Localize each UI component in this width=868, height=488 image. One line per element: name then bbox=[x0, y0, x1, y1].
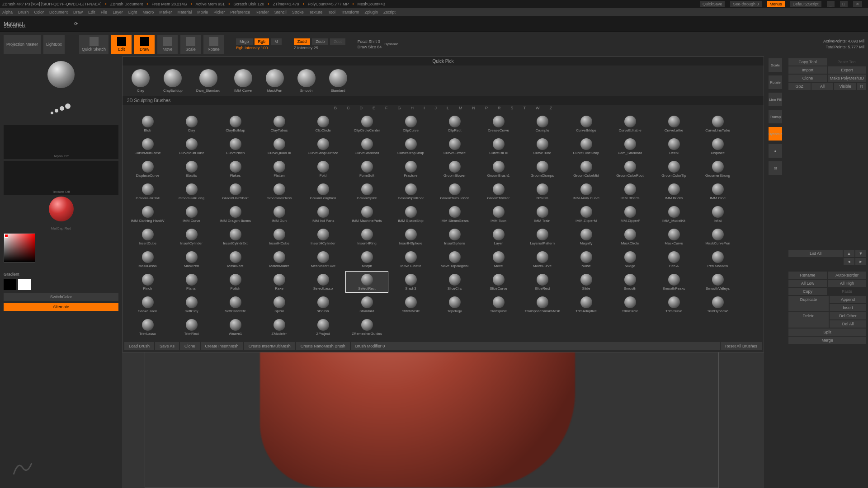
menu-light[interactable]: Light bbox=[128, 10, 137, 14]
draw-size-slider[interactable]: Draw Size 64 bbox=[358, 45, 382, 49]
brush-curvepinch[interactable]: CurvePinch bbox=[214, 136, 257, 157]
brush-curvelinetube[interactable]: CurveLineTube bbox=[696, 113, 739, 135]
brush-formsoft[interactable]: FormSoft bbox=[345, 158, 388, 180]
brush-polish[interactable]: Polish bbox=[214, 271, 257, 293]
menu-document[interactable]: Document bbox=[49, 10, 68, 14]
reset-brushes-button[interactable]: Reset All Brushes bbox=[721, 342, 762, 350]
goz-button[interactable]: GoZ bbox=[788, 83, 811, 90]
goz-all-button[interactable]: All bbox=[811, 83, 834, 90]
quickpick-standard[interactable]: Standard bbox=[329, 69, 347, 93]
brush-masklasso[interactable]: MaskLasso bbox=[126, 249, 169, 270]
filter-letter-l[interactable]: L bbox=[447, 106, 449, 110]
brush-imm-toon[interactable]: IMM Toon bbox=[477, 203, 520, 225]
brush-blob[interactable]: Blob bbox=[126, 113, 169, 135]
brush-groomhairball[interactable]: GroomHairBall bbox=[126, 181, 169, 202]
clone-brush-button[interactable]: Clone bbox=[180, 342, 200, 350]
mrgb-button[interactable]: Mrgb bbox=[236, 38, 253, 45]
brush-slash3[interactable]: Slash3 bbox=[389, 271, 432, 293]
arrow-left-icon[interactable]: ◄ bbox=[844, 258, 854, 265]
brush-trimcircle[interactable]: TrimCircle bbox=[609, 294, 651, 315]
brush-move[interactable]: Move bbox=[477, 249, 520, 270]
brush-elastic[interactable]: Elastic bbox=[170, 158, 213, 180]
filter-letter-i[interactable]: I bbox=[424, 106, 425, 110]
brush-groomhairshort[interactable]: GroomHairShort bbox=[214, 181, 257, 202]
menu-movie[interactable]: Movie bbox=[197, 10, 208, 14]
brush-crumple[interactable]: Crumple bbox=[521, 113, 564, 135]
matcap-preview[interactable] bbox=[4, 197, 118, 230]
copy-tool-button[interactable]: Copy Tool bbox=[788, 58, 827, 66]
quicksketch-button[interactable]: Quick Sketch bbox=[79, 35, 108, 54]
menu-zplugin[interactable]: Zplugin bbox=[365, 10, 378, 14]
brush-layer[interactable]: Layer bbox=[477, 226, 520, 248]
load-brush-button[interactable]: Load Brush bbox=[124, 342, 154, 350]
brush-softclay[interactable]: SoftClay bbox=[170, 294, 213, 315]
brush-move-elastic[interactable]: Move Elastic bbox=[389, 249, 432, 270]
switchcolor-button[interactable]: SwitchColor bbox=[4, 293, 118, 301]
brush-fold[interactable]: Fold bbox=[302, 158, 344, 180]
defaultscript-button[interactable]: DefaultZScript bbox=[790, 1, 821, 7]
rename-button[interactable]: Rename bbox=[788, 272, 827, 279]
brush-groomspinknot[interactable]: GroomSpinKnot bbox=[389, 181, 432, 202]
list-all-button[interactable]: List All bbox=[788, 250, 843, 257]
brush-imm-zipperp[interactable]: IMM ZipperP bbox=[609, 203, 651, 225]
scale-button[interactable]: Scale bbox=[180, 35, 201, 54]
brush-curvemultilathe[interactable]: CurveMultiLathe bbox=[126, 136, 169, 157]
brush-meshinsert-dot[interactable]: MeshInsert Dot bbox=[302, 249, 344, 270]
brush-fracture[interactable]: Fracture bbox=[389, 158, 432, 180]
brush-curvetubesnap[interactable]: CurveTubeSnap bbox=[565, 136, 608, 157]
del-all-button[interactable]: Del All bbox=[830, 320, 866, 328]
goz-visible-button[interactable]: Visible bbox=[834, 83, 856, 90]
brush-zproject[interactable]: ZProject bbox=[302, 316, 344, 338]
brush-zmodeler[interactable]: ZModeler bbox=[258, 316, 301, 338]
brush-dam_standard[interactable]: Dam_Standard bbox=[609, 136, 651, 157]
quickpick-claybuildup[interactable]: ClayBuildup bbox=[163, 69, 183, 93]
create-insertmesh-button[interactable]: Create InsertMesh bbox=[201, 342, 243, 350]
export-button[interactable]: Export bbox=[828, 66, 866, 74]
quickpick-smooth[interactable]: Smooth bbox=[297, 69, 316, 93]
brush-claybuildup[interactable]: ClayBuildup bbox=[214, 113, 257, 135]
brush-curvestrapsnap[interactable]: CurveStrapSnap bbox=[389, 136, 432, 157]
brush-pen-shadow[interactable]: Pen Shadow bbox=[696, 249, 739, 270]
brush-imm-steamgears[interactable]: IMM SteamGears bbox=[433, 203, 476, 225]
brush-clipcurve[interactable]: ClipCurve bbox=[389, 113, 432, 135]
filter-letter-p[interactable]: P bbox=[485, 106, 488, 110]
brush-transpose[interactable]: Transpose bbox=[477, 294, 520, 315]
brush-imm-gun[interactable]: IMM Gun bbox=[258, 203, 301, 225]
brush-clipcirclecenter[interactable]: ClipCircleCenter bbox=[345, 113, 388, 135]
brush-insertcylndrext[interactable]: InsertCylndrExt bbox=[214, 226, 257, 248]
brush-spolish[interactable]: sPolish bbox=[302, 294, 344, 315]
edit-button[interactable]: Edit bbox=[111, 35, 132, 54]
brush-imm-spaceship[interactable]: IMM SpaceShip bbox=[389, 203, 432, 225]
brush-imm-zipperm[interactable]: IMM ZipperM bbox=[565, 203, 608, 225]
brush-groomcolortip[interactable]: GroomColorTip bbox=[652, 158, 695, 180]
brush-imm-dragon-bones[interactable]: IMM Dragon Bones bbox=[214, 203, 257, 225]
brush-smoothvalleys[interactable]: SmoothValleys bbox=[696, 271, 739, 293]
menus-button[interactable]: Menus bbox=[767, 1, 785, 7]
brush-claytubes[interactable]: ClayTubes bbox=[258, 113, 301, 135]
copy-subtool-button[interactable]: Copy bbox=[788, 288, 827, 295]
brush-insertcube[interactable]: InsertCube bbox=[126, 226, 169, 248]
brush-topology[interactable]: Topology bbox=[433, 294, 476, 315]
filter-letter-e[interactable]: E bbox=[373, 106, 375, 110]
arrow-up-icon[interactable]: ▲ bbox=[844, 250, 854, 257]
brush-clipcircle[interactable]: ClipCircle bbox=[302, 113, 344, 135]
brush-groomhairtoss[interactable]: GroomHairToss bbox=[258, 181, 301, 202]
filter-letter-d[interactable]: D bbox=[359, 106, 363, 110]
menu-alpha[interactable]: Alpha bbox=[2, 10, 13, 14]
brush-preview[interactable] bbox=[0, 56, 122, 93]
split-button[interactable]: Split bbox=[788, 328, 866, 336]
draw-button[interactable]: Draw bbox=[134, 35, 155, 54]
brush-imm-curve[interactable]: IMM Curve bbox=[170, 203, 213, 225]
projection-master-button[interactable]: Projection Master bbox=[4, 35, 41, 54]
rgb-intensity-slider[interactable]: Rgb Intensity 100 bbox=[236, 46, 268, 50]
brush-imm-ind-parts[interactable]: IMM Ind Parts bbox=[302, 203, 344, 225]
primary-color-swatch[interactable] bbox=[18, 279, 31, 290]
brush-creasecurve[interactable]: CreaseCurve bbox=[477, 113, 520, 135]
quickpick-clay[interactable]: Clay bbox=[132, 69, 150, 93]
brush-insertcylinder[interactable]: InsertCylinder bbox=[170, 226, 213, 248]
del-other-button[interactable]: Del Other bbox=[830, 312, 866, 319]
brush-magnify[interactable]: Magnify bbox=[565, 226, 608, 248]
filter-letter-c[interactable]: C bbox=[347, 106, 350, 110]
filter-letter-w[interactable]: W bbox=[536, 106, 540, 110]
make-polymesh-button[interactable]: Make PolyMesh3D bbox=[828, 75, 866, 82]
